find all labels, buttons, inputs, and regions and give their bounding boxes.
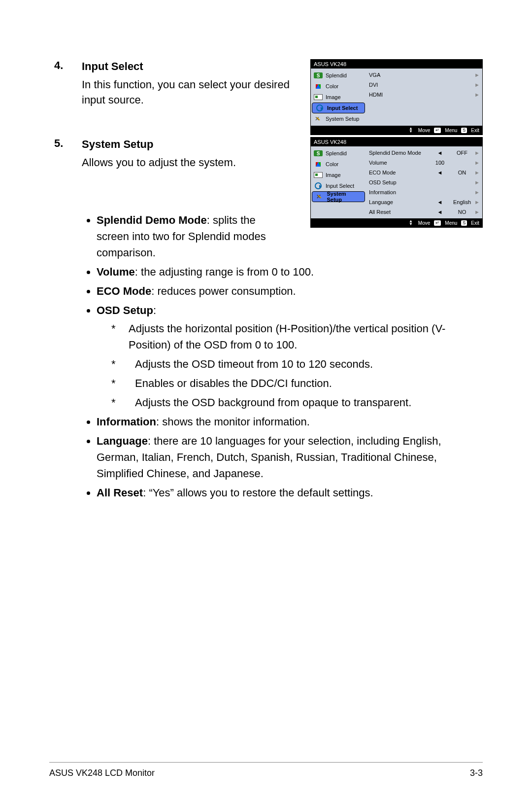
splendid-icon: S — [314, 150, 323, 156]
color-icon — [314, 83, 323, 89]
osd-footer: Move ↵Menu SExit — [311, 126, 482, 135]
arrow-right-icon: ► — [474, 150, 479, 156]
osd-menu-image: Image — [311, 170, 366, 180]
move-arrows-icon — [409, 220, 413, 226]
section-number-5: 5. — [54, 137, 82, 150]
section-title-input-select: Input Select — [82, 59, 301, 74]
bullet-volume: Volume: the adjusting range is from 0 to… — [97, 264, 483, 280]
osd-header: ASUS VK248 — [311, 138, 482, 146]
osd-footer-move: Move — [418, 128, 430, 133]
menu-key-icon: ↵ — [434, 220, 441, 226]
osd-menu-label: System Setup — [326, 116, 359, 122]
section-title-system-setup: System Setup — [82, 137, 301, 152]
footer-page-number: 3-3 — [470, 768, 483, 778]
arrow-left-icon: ◄ — [430, 170, 450, 175]
osd-menu-system-setup: System Setup — [312, 191, 365, 202]
asterisk-icon: * — [111, 356, 135, 372]
osd-screenshot-system-setup: ASUS VK248 SSplendid Color Image Input S… — [310, 137, 483, 228]
splendid-icon: S — [314, 72, 323, 78]
osd-options: Splendid Demo Mode◄OFF► Volume100► ECO M… — [366, 146, 482, 218]
osd-menu-input-select: Input Select — [311, 180, 366, 191]
osd-footer: Move ↵Menu SExit — [311, 218, 482, 227]
arrow-right-icon: ► — [474, 92, 479, 98]
move-arrows-icon — [409, 127, 413, 133]
arrow-left-icon: ◄ — [430, 199, 450, 205]
osd-option-osd-setup: OSD Setup► — [366, 177, 482, 187]
bullet-eco: ECO Mode: reduces power consumption. — [97, 283, 483, 299]
osd-header: ASUS VK248 — [311, 60, 482, 69]
osd-option-hdmi: HDMI► — [366, 90, 482, 100]
asterisk-icon: * — [111, 394, 135, 411]
page-footer: ASUS VK248 LCD Monitor 3-3 — [49, 768, 483, 778]
bullet-splendid-demo: Splendid Demo Mode: splits the screen in… — [97, 212, 269, 261]
section-number-4: 4. — [54, 59, 82, 72]
setup-icon — [314, 116, 323, 122]
arrow-left-icon: ◄ — [430, 150, 450, 156]
osd-screenshot-input-select: ASUS VK248 SSplendid Color Image Input S… — [310, 59, 483, 135]
sub-bullet: *Adjusts the OSD timeout from 10 to 120 … — [111, 356, 483, 372]
sub-bullet: *Adjusts the OSD background from opaque … — [111, 394, 483, 411]
arrow-left-icon: ◄ — [430, 209, 450, 215]
arrow-right-icon: ► — [474, 189, 479, 195]
osd-footer-exit: Exit — [471, 128, 479, 133]
footer-product-name: ASUS VK248 LCD Monitor — [49, 768, 155, 778]
osd-menu-input-select: Input Select — [312, 103, 365, 113]
arrow-right-icon: ► — [474, 82, 479, 88]
input-icon — [315, 105, 324, 111]
setup-icon — [315, 194, 324, 200]
exit-key-icon: S — [461, 220, 467, 226]
osd-option-all-reset: All Reset◄NO► — [366, 207, 482, 217]
osd-menu-color: Color — [311, 81, 366, 92]
osd-options: VGA► DVI► HDMI► — [366, 69, 482, 126]
osd-menu-splendid: SSplendid — [311, 70, 366, 81]
osd-menu-label: Image — [326, 94, 341, 100]
exit-key-icon: S — [461, 128, 467, 133]
arrow-right-icon: ► — [474, 179, 479, 185]
bullet-all-reset: All Reset: “Yes” allows you to restore t… — [97, 485, 483, 501]
arrow-right-icon: ► — [474, 160, 479, 166]
system-setup-details: Splendid Demo Mode: splits the screen in… — [54, 212, 483, 501]
sub-bullet: *Adjusts the horizontal position (H-Posi… — [111, 320, 483, 353]
osd-menu-label: Splendid — [326, 72, 347, 78]
arrow-right-icon: ► — [474, 209, 479, 215]
bullet-osd-setup: OSD Setup: *Adjusts the horizontal posit… — [97, 302, 483, 411]
sub-bullet: *Enables or disables the DDC/CI function… — [111, 375, 483, 391]
osd-menu-image: Image — [311, 92, 366, 103]
menu-key-icon: ↵ — [434, 128, 441, 133]
section-body-input-select: In this function, you can select your de… — [82, 77, 301, 108]
osd-menu: SSplendid Color Image Input Select Syste… — [311, 146, 366, 218]
osd-menu-system-setup: System Setup — [311, 113, 366, 124]
osd-option-information: Information► — [366, 187, 482, 197]
manual-page: 4. Input Select In this function, you ca… — [0, 0, 532, 802]
input-icon — [314, 183, 323, 189]
osd-option-demo: Splendid Demo Mode◄OFF► — [366, 148, 482, 158]
arrow-right-icon: ► — [474, 199, 479, 205]
osd-option-eco: ECO Mode◄ON► — [366, 168, 482, 177]
osd-option-dvi: DVI► — [366, 80, 482, 90]
arrow-right-icon: ► — [474, 170, 479, 175]
section-body-system-setup: Allows you to adjust the system. — [82, 155, 301, 171]
osd-option-volume: Volume100► — [366, 158, 482, 168]
color-icon — [314, 161, 323, 167]
image-icon — [314, 172, 323, 178]
footer-rule — [49, 762, 483, 763]
arrow-right-icon: ► — [474, 72, 479, 78]
asterisk-icon: * — [111, 320, 129, 353]
osd-menu-splendid: SSplendid — [311, 148, 366, 159]
bullet-language: Language: there are 10 languages for you… — [97, 433, 483, 482]
osd-menu-color: Color — [311, 159, 366, 170]
osd-menu: SSplendid Color Image Input Select Syste… — [311, 69, 366, 126]
image-icon — [314, 94, 323, 100]
asterisk-icon: * — [111, 375, 135, 391]
osd-option-language: Language◄English► — [366, 197, 482, 207]
osd-footer-menu: Menu — [445, 128, 457, 133]
osd-menu-label: Input Select — [327, 105, 358, 111]
bullet-information: Information: shows the monitor informati… — [97, 414, 483, 430]
osd-option-vga: VGA► — [366, 70, 482, 80]
osd-setup-sublist: *Adjusts the horizontal position (H-Posi… — [97, 320, 483, 411]
osd-menu-label: Color — [326, 83, 338, 89]
